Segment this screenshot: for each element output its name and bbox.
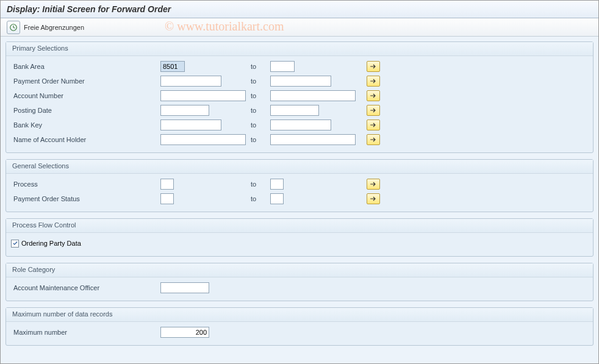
input-bank-key-from[interactable]: [160, 120, 221, 130]
arrow-right-icon: [370, 93, 377, 99]
row-payment-order-status: Payment Order Status to: [11, 192, 588, 205]
group-general-selections: General Selections Process to Payment Or…: [5, 159, 594, 212]
content-area: Primary Selections Bank Area to Payment …: [1, 37, 598, 364]
label-officer: Account Maintenance Officer: [11, 284, 160, 291]
to-label: to: [246, 180, 270, 188]
label-po-number: Payment Order Number: [11, 77, 160, 85]
to-label: to: [246, 136, 270, 143]
group-title-primary: Primary Selections: [6, 42, 593, 56]
row-maximum-number: Maximum number: [11, 326, 588, 339]
arrow-right-icon: [370, 107, 377, 113]
input-posting-date-from[interactable]: [160, 105, 209, 116]
label-bank-key: Bank Key: [11, 121, 160, 129]
label-account-holder: Name of Account Holder: [11, 136, 160, 143]
to-label: to: [246, 107, 270, 114]
arrow-right-icon: [370, 122, 377, 128]
input-account-holder-from[interactable]: [160, 134, 246, 145]
label-bank-area: Bank Area: [11, 63, 160, 70]
to-label: to: [246, 92, 270, 99]
label-ordering-party: Ordering Party Data: [21, 240, 81, 247]
label-account-number: Account Number: [11, 92, 160, 99]
row-account-number: Account Number to: [11, 89, 588, 102]
label-po-status: Payment Order Status: [11, 195, 160, 202]
input-account-number-to[interactable]: [270, 90, 356, 101]
checkbox-ordering-party[interactable]: [11, 240, 19, 248]
input-account-number-from[interactable]: [160, 90, 246, 101]
to-label: to: [246, 195, 270, 202]
input-po-number-from[interactable]: [160, 76, 221, 87]
arrow-right-icon: [370, 78, 377, 84]
toolbar: Freie Abgrenzungen: [1, 18, 598, 37]
row-account-holder: Name of Account Holder to: [11, 133, 588, 146]
free-delimitations-label[interactable]: Freie Abgrenzungen: [24, 24, 84, 31]
input-process-from[interactable]: [160, 179, 174, 190]
to-label: to: [246, 63, 270, 70]
input-account-holder-to[interactable]: [270, 134, 356, 145]
input-officer[interactable]: [160, 282, 209, 293]
multiple-selection-button[interactable]: [367, 61, 380, 72]
multiple-selection-button[interactable]: [367, 120, 380, 130]
multiple-selection-button[interactable]: [367, 76, 380, 87]
arrow-right-icon: [370, 181, 377, 187]
group-process-flow: Process Flow Control Ordering Party Data: [5, 218, 594, 257]
to-label: to: [246, 77, 270, 85]
execute-button[interactable]: [7, 21, 20, 34]
input-max-number[interactable]: [160, 327, 209, 338]
group-title-flow: Process Flow Control: [6, 219, 593, 233]
row-process: Process to: [11, 177, 588, 191]
input-bank-area-to[interactable]: [270, 61, 295, 72]
label-process: Process: [11, 180, 160, 188]
group-title-general: General Selections: [6, 160, 593, 174]
multiple-selection-button[interactable]: [367, 193, 380, 204]
input-bank-area-from[interactable]: [160, 61, 185, 72]
input-bank-key-to[interactable]: [270, 120, 331, 130]
input-po-status-to[interactable]: [270, 193, 284, 204]
page-title: Display: Initial Screen for Forward Orde…: [7, 4, 592, 14]
row-payment-order-number: Payment Order Number to: [11, 74, 588, 88]
input-po-status-from[interactable]: [160, 193, 174, 204]
arrow-right-icon: [370, 63, 377, 70]
group-primary-selections: Primary Selections Bank Area to Payment …: [5, 41, 594, 153]
multiple-selection-button[interactable]: [367, 134, 380, 145]
multiple-selection-button[interactable]: [367, 90, 380, 101]
title-bar: Display: Initial Screen for Forward Orde…: [1, 1, 598, 18]
input-po-number-to[interactable]: [270, 76, 331, 87]
input-process-to[interactable]: [270, 179, 284, 190]
multiple-selection-button[interactable]: [367, 179, 380, 190]
group-title-max: Maximum number of data records: [6, 308, 593, 322]
input-posting-date-to[interactable]: [270, 105, 319, 116]
arrow-right-icon: [370, 137, 377, 143]
row-account-maintenance-officer: Account Maintenance Officer: [11, 281, 588, 294]
group-title-role: Role Category: [6, 263, 593, 277]
arrow-right-icon: [370, 196, 377, 202]
clock-execute-icon: [9, 23, 18, 32]
label-posting-date: Posting Date: [11, 107, 160, 114]
group-max-records: Maximum number of data records Maximum n…: [5, 307, 594, 346]
multiple-selection-button[interactable]: [367, 105, 380, 116]
check-icon: [12, 240, 18, 246]
to-label: to: [246, 121, 270, 129]
group-role-category: Role Category Account Maintenance Office…: [5, 263, 594, 301]
row-bank-key: Bank Key to: [11, 118, 588, 132]
row-bank-area: Bank Area to: [11, 60, 588, 73]
row-posting-date: Posting Date to: [11, 104, 588, 117]
label-max-number: Maximum number: [11, 329, 160, 336]
row-ordering-party: Ordering Party Data: [11, 237, 588, 250]
